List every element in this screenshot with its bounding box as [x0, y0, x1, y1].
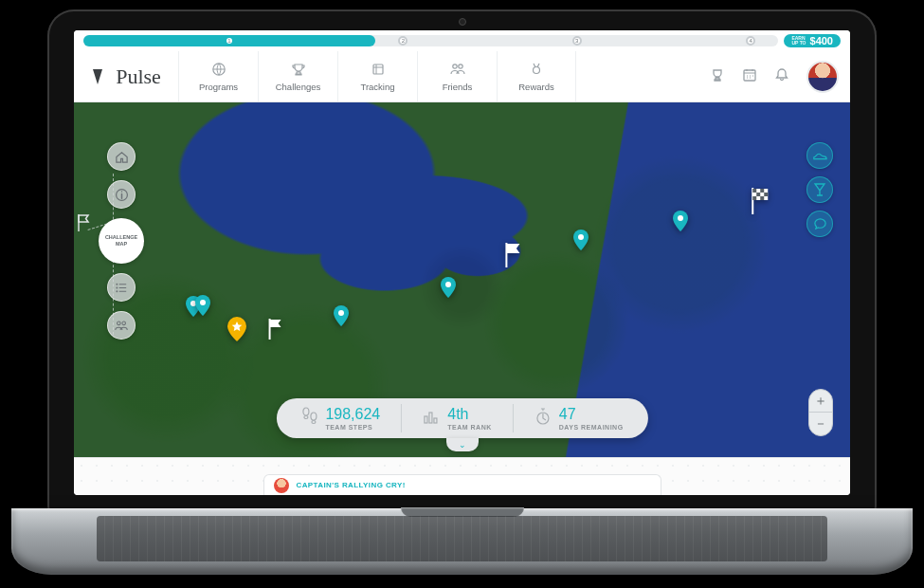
- svg-point-2: [452, 64, 456, 67]
- info-icon: [115, 188, 129, 202]
- zoom-control: ＋ －: [808, 389, 833, 436]
- svg-point-20: [116, 283, 118, 285]
- map-pin-3[interactable]: [440, 277, 457, 303]
- map-flag-finish[interactable]: [750, 188, 770, 220]
- origin-flag-icon: [76, 214, 91, 237]
- virgin-mark-icon: [91, 67, 114, 86]
- svg-rect-13: [752, 189, 756, 193]
- stat-days-remaining[interactable]: 47 DAYS REMAINING: [514, 404, 644, 432]
- tool-info[interactable]: [107, 180, 136, 209]
- plus-icon: ＋: [814, 393, 827, 410]
- stat-days-label: DAYS REMAINING: [559, 424, 624, 431]
- svg-point-25: [302, 408, 308, 415]
- svg-rect-29: [425, 416, 427, 423]
- map-tools-right: [806, 142, 833, 237]
- map-pin-2[interactable]: [333, 305, 350, 332]
- list-icon: [115, 281, 129, 295]
- tool-home[interactable]: [107, 142, 136, 171]
- map-star-marker[interactable]: [226, 317, 247, 347]
- earn-prefix-2: UP TO: [791, 41, 806, 46]
- nav-tracking-label: Tracking: [360, 82, 394, 92]
- stopwatch-icon: [534, 407, 552, 430]
- progress-node-1[interactable]: 1: [225, 36, 234, 46]
- header-utilities: [710, 51, 850, 101]
- svg-rect-17: [752, 196, 756, 200]
- app-header: Pulse Programs Challenges Tracking: [74, 51, 850, 102]
- zoom-out[interactable]: －: [809, 413, 832, 435]
- trophy-nav-icon: [291, 62, 306, 79]
- stat-days-value: 47: [559, 406, 576, 423]
- main-nav: Programs Challenges Tracking Friends: [178, 51, 576, 101]
- map-flag-2[interactable]: [503, 243, 522, 273]
- stat-team-steps-label: TEAM STEPS: [325, 424, 372, 431]
- stat-team-steps-value: 198,624: [325, 406, 380, 423]
- laptop-keyboard: [97, 516, 827, 561]
- nav-challenges[interactable]: Challenges: [258, 51, 337, 101]
- nav-friends[interactable]: Friends: [417, 51, 497, 101]
- rewards-icon: [529, 62, 544, 79]
- svg-rect-15: [756, 193, 760, 196]
- rally-label: CAPTAIN'S RALLYING CRY!: [297, 481, 406, 489]
- map-pin-start-b[interactable]: [194, 295, 211, 322]
- svg-rect-31: [434, 418, 437, 423]
- svg-rect-1: [373, 64, 383, 74]
- tracking-icon: [371, 62, 386, 79]
- stats-expand[interactable]: ⌄: [446, 438, 479, 451]
- svg-point-9: [445, 282, 451, 287]
- captain-avatar: [274, 478, 289, 493]
- challenge-map-area[interactable]: CHALLENGE MAP ＋ －: [74, 102, 850, 457]
- stat-team-rank[interactable]: 4th TEAM RANK: [402, 404, 514, 432]
- group-icon: [114, 319, 129, 333]
- progress-node-3[interactable]: 3: [572, 36, 582, 46]
- avatar[interactable]: [806, 61, 839, 93]
- chat-icon: [813, 217, 827, 231]
- laptop-base: [11, 508, 913, 575]
- brand-script: Pulse: [116, 64, 161, 89]
- svg-point-11: [678, 215, 683, 221]
- svg-point-8: [338, 310, 344, 316]
- tool-challenge-map[interactable]: CHALLENGE MAP: [99, 218, 144, 264]
- nav-rewards-label: Rewards: [518, 82, 554, 92]
- nav-tracking[interactable]: Tracking: [337, 51, 417, 101]
- camera-dot: [459, 18, 466, 26]
- stat-team-steps[interactable]: 198,624 TEAM STEPS: [280, 404, 402, 432]
- svg-point-27: [310, 413, 316, 420]
- svg-point-24: [122, 322, 126, 325]
- svg-point-4: [534, 66, 540, 73]
- tool-activity[interactable]: [806, 142, 833, 169]
- map-flag-1[interactable]: [267, 319, 284, 345]
- tool-celebrate[interactable]: [806, 176, 833, 203]
- trophy-icon[interactable]: [710, 67, 725, 86]
- stat-team-rank-value: 4th: [447, 406, 468, 423]
- laptop-frame: 1 2 3 4 EARN UP TO $400 Pulse: [47, 9, 877, 512]
- tool-list[interactable]: [107, 273, 136, 302]
- tool-group[interactable]: [107, 311, 136, 340]
- calendar-icon[interactable]: [742, 67, 757, 86]
- nav-programs-label: Programs: [199, 82, 238, 92]
- chevron-down-icon: ⌄: [459, 440, 466, 450]
- map-pin-4[interactable]: [572, 230, 589, 256]
- svg-point-23: [118, 322, 121, 325]
- footer-area: CAPTAIN'S RALLYING CRY!: [74, 457, 850, 495]
- footsteps-icon: [300, 406, 317, 431]
- nav-programs[interactable]: Programs: [178, 51, 258, 101]
- rally-banner[interactable]: CAPTAIN'S RALLYING CRY!: [263, 474, 661, 495]
- brand-logo[interactable]: Pulse: [74, 51, 178, 101]
- svg-rect-30: [429, 413, 432, 423]
- progress-bar: 1 2 3 4: [83, 35, 778, 46]
- tool-challenge-map-label: CHALLENGE MAP: [100, 234, 143, 248]
- earn-badge[interactable]: EARN UP TO $400: [784, 34, 841, 47]
- map-pin-5[interactable]: [672, 211, 689, 237]
- svg-point-21: [116, 286, 118, 288]
- progress-node-2[interactable]: 2: [398, 36, 408, 46]
- nav-rewards[interactable]: Rewards: [497, 51, 576, 101]
- zoom-in[interactable]: ＋: [809, 390, 832, 413]
- app-screen: 1 2 3 4 EARN UP TO $400 Pulse: [74, 30, 850, 495]
- martini-icon: [813, 182, 826, 197]
- progress-node-4[interactable]: 4: [746, 36, 755, 46]
- bell-icon[interactable]: [774, 67, 789, 86]
- bars-icon: [423, 408, 440, 429]
- tool-chat[interactable]: [806, 211, 833, 237]
- svg-point-22: [116, 290, 118, 292]
- svg-point-7: [200, 300, 206, 305]
